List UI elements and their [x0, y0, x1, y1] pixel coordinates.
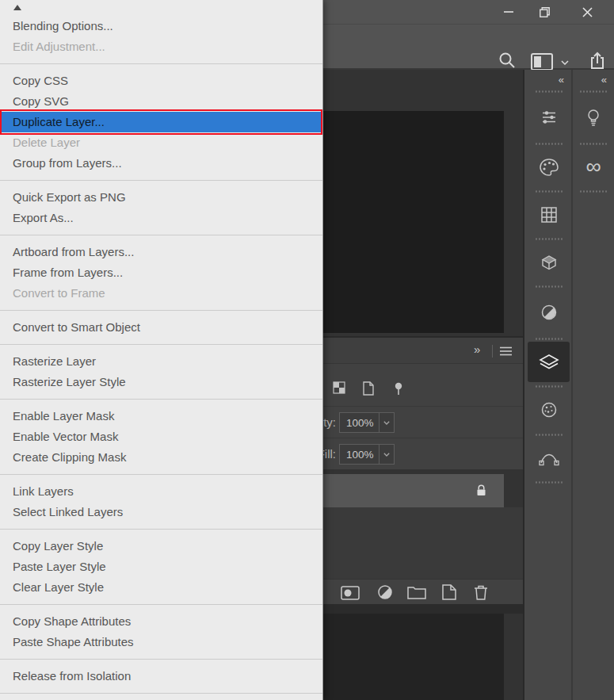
chevron-down-icon[interactable] — [561, 60, 569, 65]
dock-panel-paths[interactable] — [526, 432, 571, 480]
dotted-sphere-icon — [540, 388, 559, 432]
menu-item-link-layers[interactable]: Link Layers — [0, 481, 322, 502]
minimize-button[interactable] — [490, 0, 527, 24]
half-filled-circle-icon — [540, 288, 559, 336]
dock-panel-sliders[interactable] — [526, 89, 571, 141]
document-area: » Opacity: 100% — [323, 70, 523, 700]
menu-item-blending-options[interactable]: Blending Options... — [0, 16, 322, 36]
opacity-value: 100% — [340, 413, 379, 432]
chevron-down-icon[interactable] — [379, 413, 394, 432]
menu-item-artboard-from-layers[interactable]: Artboard from Layers... — [0, 242, 322, 262]
collapse-dock-button[interactable]: « — [526, 70, 571, 89]
menu-item-paste-layer-style[interactable]: Paste Layer Style — [0, 557, 322, 577]
layers-icon — [528, 353, 570, 372]
menu-item-group-from-layers[interactable]: Group from Layers... — [0, 153, 322, 174]
infinity-icon: ∞ — [585, 145, 601, 189]
padlock-icon[interactable] — [476, 484, 486, 496]
lock-pin-icon[interactable] — [393, 381, 404, 396]
menu-item-copy-svg[interactable]: Copy SVG — [0, 91, 322, 112]
dock-column-2: « ∞ — [571, 70, 614, 700]
dock-column-1: « — [526, 70, 571, 700]
menu-item-convert-to-frame: Convert to Frame — [0, 283, 322, 304]
bezier-path-icon — [539, 436, 559, 480]
menu-separator — [0, 344, 322, 345]
new-layer-icon[interactable] — [442, 584, 456, 600]
menu-item-clear-layer-style[interactable]: Clear Layer Style — [0, 577, 322, 598]
menu-separator — [0, 180, 322, 181]
menu-item-duplicate-layer[interactable]: Duplicate Layer... — [0, 112, 322, 132]
dock-panel-adjustments[interactable] — [526, 284, 571, 336]
minimize-icon — [504, 7, 513, 17]
menu-item-delete-layer: Delete Layer — [0, 132, 322, 153]
menu-scroll-up-icon[interactable] — [13, 5, 21, 10]
dock-panel-patterns[interactable] — [526, 189, 571, 236]
panel-menu-icon[interactable] — [500, 346, 512, 356]
menu-item-rasterize-layer[interactable]: Rasterize Layer — [0, 351, 322, 372]
adjustment-layer-icon[interactable] — [377, 584, 393, 600]
menu-item-create-clipping-mask[interactable]: Create Clipping Mask — [0, 447, 322, 468]
titlebar — [323, 0, 614, 24]
menu-item-quick-export-as-png[interactable]: Quick Export as PNG — [0, 187, 322, 208]
fill-dropdown[interactable]: 100% — [339, 444, 395, 465]
collapse-dock-button[interactable]: « — [573, 70, 614, 89]
menu-item-rasterize-layer-style[interactable]: Rasterize Layer Style — [0, 372, 322, 392]
layer-mask-icon[interactable] — [341, 586, 360, 600]
menu-item-copy-shape-attributes[interactable]: Copy Shape Attributes — [0, 611, 322, 632]
close-button[interactable] — [569, 0, 606, 24]
chevron-down-icon[interactable] — [379, 445, 394, 464]
opacity-dropdown[interactable]: 100% — [339, 412, 395, 433]
group-folder-icon[interactable] — [407, 586, 426, 599]
color-palette-icon — [539, 145, 559, 189]
menu-item-convert-to-smart-object[interactable]: Convert to Smart Object — [0, 317, 322, 338]
lightbulb-icon — [585, 93, 602, 141]
menu-item-export-as[interactable]: Export As... — [0, 208, 322, 228]
dock-panel-history[interactable]: ∞ — [573, 141, 614, 189]
menu-separator — [0, 235, 322, 235]
drag-grip[interactable] — [579, 190, 608, 193]
canvas-secondary[interactable] — [323, 614, 504, 700]
cube-3d-icon — [540, 240, 559, 284]
dock-panel-3d[interactable] — [526, 236, 571, 284]
sliders-icon — [540, 93, 559, 141]
search-icon[interactable] — [498, 51, 517, 70]
dock-panel-discover[interactable] — [573, 89, 614, 141]
lock-artboard-page-icon[interactable] — [362, 381, 375, 396]
grid-pattern-icon — [540, 193, 559, 236]
menu-item-enable-vector-mask[interactable]: Enable Vector Mask — [0, 427, 322, 447]
active-panel-plate — [528, 342, 570, 382]
menu-item-paste-shape-attributes[interactable]: Paste Shape Attributes — [0, 632, 322, 652]
menu-separator — [0, 693, 322, 694]
restore-down-button[interactable] — [526, 0, 563, 24]
menu-item-copy-layer-style[interactable]: Copy Layer Style — [0, 536, 322, 557]
double-chevron-right-icon[interactable]: » — [474, 342, 481, 356]
menu-item-enable-layer-mask[interactable]: Enable Layer Mask — [0, 406, 322, 427]
menu-separator — [0, 399, 322, 400]
dock-panel-swatches[interactable] — [526, 141, 571, 189]
menu-item-frame-from-layers[interactable]: Frame from Layers... — [0, 262, 322, 283]
canvas[interactable] — [323, 111, 504, 333]
dock-panel-sphere[interactable] — [526, 384, 571, 432]
drag-grip[interactable] — [535, 338, 563, 340]
photoshop-window: » Opacity: 100% — [0, 0, 614, 700]
double-chevron-left-icon: « — [601, 74, 608, 86]
lock-checkerboard-icon[interactable] — [333, 381, 345, 394]
menu-item-copy-css[interactable]: Copy CSS — [0, 71, 322, 91]
share-icon[interactable] — [589, 52, 606, 70]
restore-down-icon — [540, 7, 550, 17]
delete-layer-trash-icon[interactable] — [474, 584, 488, 600]
menu-item-edit-adjustment: Edit Adjustment... — [0, 36, 322, 57]
menu-separator — [0, 604, 322, 605]
menu-item-release-from-isolation[interactable]: Release from Isolation — [0, 666, 322, 687]
double-chevron-left-icon: « — [559, 74, 565, 86]
panel-dock: « — [523, 70, 614, 700]
layer-context-menu: Blending Options... Edit Adjustment... C… — [0, 0, 323, 700]
menu-separator — [0, 659, 322, 660]
close-icon — [582, 7, 593, 17]
dock-panel-layers-active[interactable] — [526, 336, 571, 384]
options-bar — [323, 24, 614, 70]
workspace-switcher-icon[interactable] — [531, 53, 553, 71]
menu-separator — [0, 63, 322, 64]
fill-value: 100% — [340, 445, 379, 464]
drag-grip[interactable] — [535, 481, 563, 484]
menu-item-select-linked-layers[interactable]: Select Linked Layers — [0, 502, 322, 522]
